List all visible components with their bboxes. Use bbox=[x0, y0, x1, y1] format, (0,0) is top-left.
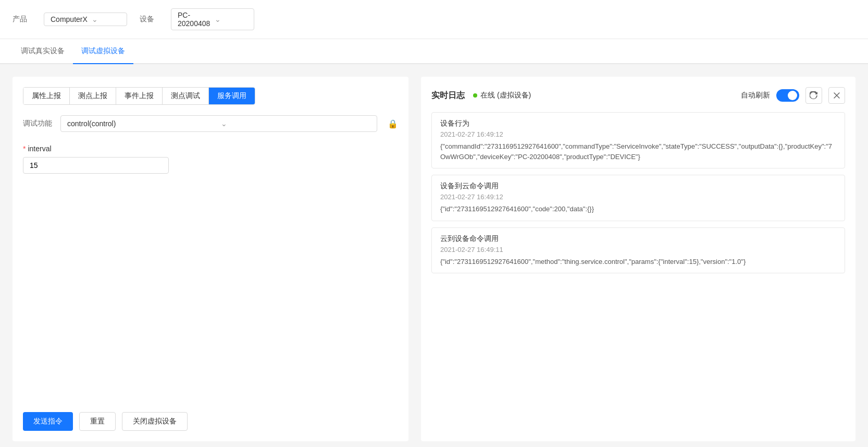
product-select[interactable]: ComputerX ⌄ bbox=[44, 13, 127, 26]
log-entry-0: 设备行为 2021-02-27 16:49:12 {"commandId":"2… bbox=[431, 112, 845, 168]
log-entry-1-title: 设备到云命令调用 bbox=[440, 182, 836, 191]
log-entry-1-time: 2021-02-27 16:49:12 bbox=[440, 193, 836, 201]
log-title: 实时日志 bbox=[431, 90, 465, 101]
close-virtual-button[interactable]: 关闭虚拟设备 bbox=[122, 412, 188, 431]
left-panel: 属性上报 测点上报 事件上报 测点调试 服务调用 调试功能 control(co… bbox=[13, 77, 408, 441]
auto-refresh-toggle[interactable] bbox=[776, 89, 799, 102]
log-entry-2-content: {"id":"2731169512927641600","method":"th… bbox=[440, 257, 836, 267]
log-entry-1-content: {"id":"2731169512927641600","code":200,"… bbox=[440, 204, 836, 214]
auto-refresh-label: 自动刷新 bbox=[741, 91, 770, 100]
status-text: 在线 (虚拟设备) bbox=[480, 91, 531, 100]
status-dot bbox=[473, 93, 477, 98]
log-entry-0-time: 2021-02-27 16:49:12 bbox=[440, 130, 836, 138]
interval-label: *interval bbox=[23, 144, 398, 153]
log-entry-2-time: 2021-02-27 16:49:11 bbox=[440, 246, 836, 253]
bottom-actions: 发送指令 重置 关闭虚拟设备 bbox=[23, 400, 398, 431]
tab-virtual-device[interactable]: 调试虚拟设备 bbox=[73, 39, 133, 64]
sub-tab-service[interactable]: 服务调用 bbox=[209, 88, 255, 104]
device-value: PC-20200408 bbox=[178, 11, 210, 28]
log-entries: 设备行为 2021-02-27 16:49:12 {"commandId":"2… bbox=[431, 112, 845, 280]
refresh-button[interactable] bbox=[805, 87, 822, 104]
log-controls: 自动刷新 bbox=[741, 87, 845, 104]
log-entry-0-title: 设备行为 bbox=[440, 119, 836, 128]
top-bar: 产品 ComputerX ⌄ 设备 PC-20200408 ⌄ bbox=[0, 0, 868, 39]
function-select-arrow: ⌄ bbox=[221, 119, 370, 128]
interval-input[interactable] bbox=[23, 157, 169, 174]
product-select-arrow: ⌄ bbox=[92, 15, 120, 23]
sub-tab-point-query[interactable]: 测点调试 bbox=[163, 88, 209, 104]
log-entry-2-title: 云到设备命令调用 bbox=[440, 234, 836, 244]
product-value: ComputerX bbox=[51, 15, 88, 23]
sub-tab-bar: 属性上报 测点上报 事件上报 测点调试 服务调用 bbox=[23, 87, 255, 105]
function-select-row: 调试功能 control(control) ⌄ 🔒 bbox=[23, 115, 398, 132]
function-label: 调试功能 bbox=[23, 119, 54, 128]
tab-real-device[interactable]: 调试真实设备 bbox=[13, 39, 73, 64]
lock-icon[interactable]: 🔒 bbox=[388, 119, 398, 129]
device-select[interactable]: PC-20200408 ⌄ bbox=[171, 8, 254, 30]
log-entry-1: 设备到云命令调用 2021-02-27 16:49:12 {"id":"2731… bbox=[431, 175, 845, 221]
sub-tab-event[interactable]: 事件上报 bbox=[116, 88, 163, 104]
clear-button[interactable] bbox=[828, 87, 845, 104]
log-status: 在线 (虚拟设备) bbox=[473, 91, 531, 100]
function-select[interactable]: control(control) ⌄ bbox=[60, 115, 377, 132]
sub-tab-point[interactable]: 测点上报 bbox=[70, 88, 116, 104]
log-entry-2: 云到设备命令调用 2021-02-27 16:49:11 {"id":"2731… bbox=[431, 227, 845, 274]
sub-tab-property[interactable]: 属性上报 bbox=[23, 88, 70, 104]
main-content: 属性上报 测点上报 事件上报 测点调试 服务调用 调试功能 control(co… bbox=[0, 64, 868, 447]
interval-field-section: *interval bbox=[23, 144, 398, 174]
device-label: 设备 bbox=[140, 15, 154, 24]
log-header: 实时日志 在线 (虚拟设备) 自动刷新 bbox=[431, 87, 845, 104]
product-label: 产品 bbox=[13, 15, 27, 24]
right-panel: 实时日志 在线 (虚拟设备) 自动刷新 bbox=[421, 77, 855, 441]
log-entry-0-content: {"commandId":"2731169512927641600","comm… bbox=[440, 141, 836, 162]
device-select-arrow: ⌄ bbox=[215, 15, 247, 23]
send-button[interactable]: 发送指令 bbox=[23, 412, 73, 431]
required-mark: * bbox=[23, 144, 26, 153]
function-value: control(control) bbox=[67, 119, 217, 128]
reset-button[interactable]: 重置 bbox=[79, 412, 116, 431]
main-tab-bar: 调试真实设备 调试虚拟设备 bbox=[0, 39, 868, 64]
